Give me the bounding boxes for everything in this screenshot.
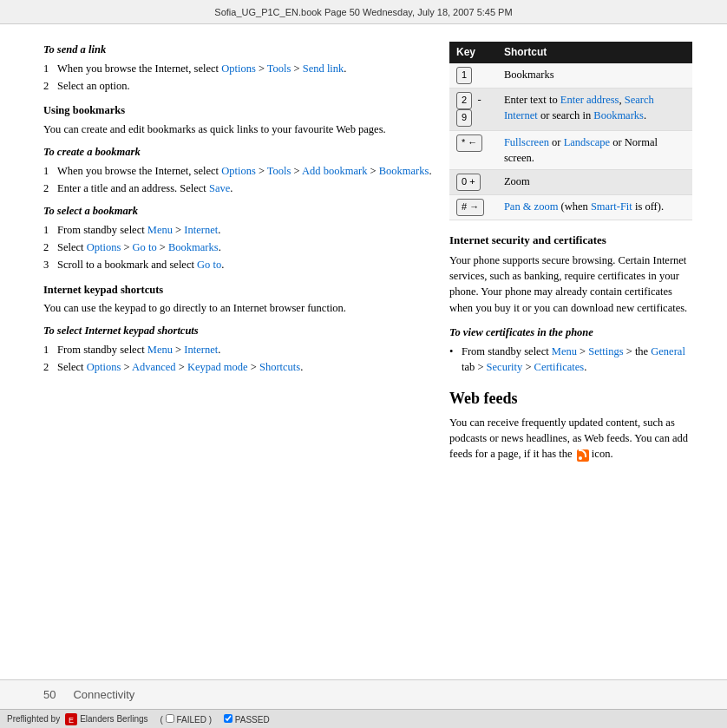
create-bookmark-steps: 1 When you browse the Internet, select O… [43, 163, 432, 196]
bookmarks-link-1[interactable]: Bookmarks [379, 165, 429, 177]
enter-address-link[interactable]: Enter address [560, 94, 619, 106]
certificates-text: From standby select Menu > Settings > th… [462, 344, 692, 375]
send-link-heading: To send a link [43, 42, 432, 57]
goto-link-2[interactable]: Go to [197, 259, 221, 271]
table-cell-shortcut: Zoom [497, 170, 692, 195]
keypad-shortcuts-heading: Internet keypad shortcuts [43, 282, 432, 298]
tools-link-2[interactable]: Tools [267, 165, 291, 177]
using-bookmarks-para: You can create and edit bookmarks as qui… [43, 121, 432, 137]
keypad-shortcuts-para: You can use the keypad to go directly to… [43, 300, 432, 316]
table-cell-shortcut: Fullscreen or Landscape or Normal screen… [497, 131, 692, 170]
menu-link-2[interactable]: Menu [147, 344, 173, 356]
web-feeds-section: Web feeds You can receive frequently upd… [449, 387, 692, 462]
table-row: 0 + Zoom [449, 170, 692, 195]
preflight-passed-label: PASSED [235, 715, 270, 725]
key-9-badge: 9 [456, 109, 472, 127]
select-bookmark-step-2: 2 Select Options > Go to > Bookmarks. [43, 239, 432, 255]
options-link-3[interactable]: Options [87, 241, 121, 253]
right-column: Key Shortcut 1 Bookmarks 2 - 9 [449, 42, 692, 674]
certificates-link[interactable]: Certificates [534, 361, 585, 373]
general-tab-link[interactable]: General [651, 345, 685, 357]
preflight-passed-block: PASSED [224, 714, 270, 725]
create-bookmark-step-1: 1 When you browse the Internet, select O… [43, 163, 432, 179]
options-link-1[interactable]: Options [221, 62, 256, 75]
preflight-bar: Preflighted by E Elanders Berlings ( FAI… [0, 709, 727, 728]
table-row: 1 Bookmarks [449, 63, 692, 88]
save-link[interactable]: Save [209, 182, 230, 194]
failed-checkbox[interactable] [166, 714, 174, 723]
security-section: Internet security and certificates Your … [449, 233, 692, 375]
header-bar: Sofia_UG_P1C_EN.book Page 50 Wednesday, … [0, 0, 727, 24]
menu-link-3[interactable]: Menu [552, 345, 577, 357]
select-bookmark-step-3: 3 Scroll to a bookmark and select Go to. [43, 257, 432, 272]
bookmarks-link-3[interactable]: Bookmarks [593, 109, 644, 121]
table-cell-key: * ← [449, 131, 497, 170]
internet-link-2[interactable]: Internet [184, 344, 218, 356]
add-bookmark-link[interactable]: Add bookmark [302, 165, 367, 177]
send-link-link[interactable]: Send link [303, 62, 344, 75]
options-link-2[interactable]: Options [221, 165, 256, 177]
main-content: To send a link 1 When you browse the Int… [0, 24, 727, 692]
security-title: Internet security and certificates [449, 233, 692, 249]
keypad-mode-link[interactable]: Keypad mode [187, 361, 248, 373]
select-bookmark-heading: To select a bookmark [43, 203, 432, 219]
table-row: 2 - 9 Enter text to Enter address, Searc… [449, 89, 692, 131]
table-header-key: Key [449, 42, 497, 63]
advanced-link[interactable]: Advanced [132, 361, 176, 373]
menu-link-1[interactable]: Menu [147, 224, 173, 236]
preflight-failed-label: FAILED [176, 715, 206, 725]
table-cell-shortcut: Enter text to Enter address, Search Inte… [497, 89, 692, 131]
internet-link-1[interactable]: Internet [184, 224, 218, 236]
table-cell-key: 2 - 9 [449, 89, 497, 131]
passed-checkbox[interactable] [224, 714, 233, 723]
pan-zoom-link[interactable]: Pan & zoom [504, 200, 559, 213]
key-1-badge: 1 [456, 67, 472, 84]
create-bookmark-heading: To create a bookmark [43, 144, 432, 160]
send-link-step-1: 1 When you browse the Internet, select O… [43, 61, 432, 76]
preflight-label: Preflighted by [7, 714, 60, 724]
select-keypad-steps: 1 From standby select Menu > Internet. 2… [43, 342, 432, 375]
shortcuts-link[interactable]: Shortcuts [259, 361, 300, 373]
key-0-badge: 0 + [456, 174, 481, 191]
footer-page-number: 50 [43, 688, 56, 701]
table-cell-shortcut: Bookmarks [497, 63, 692, 88]
web-feeds-para: You can receive frequently updated conte… [449, 415, 692, 462]
footer-section-label: Connectivity [73, 688, 134, 701]
using-bookmarks-heading: Using bookmarks [43, 102, 432, 118]
security-para: Your phone supports secure browsing. Cer… [449, 253, 692, 316]
send-link-step-2: 2 Select an option. [43, 78, 432, 94]
table-cell-shortcut: Pan & zoom (when Smart-Fit is off). [497, 195, 692, 220]
select-keypad-step-1: 1 From standby select Menu > Internet. [43, 342, 432, 357]
settings-link[interactable]: Settings [588, 345, 623, 357]
key-star-badge: * ← [456, 134, 482, 152]
tools-link-1[interactable]: Tools [267, 62, 291, 75]
preflight-failed-block: ( FAILED ) [160, 714, 212, 725]
landscape-link[interactable]: Landscape [564, 136, 610, 148]
web-feeds-title: Web feeds [449, 387, 692, 410]
shortcuts-table: Key Shortcut 1 Bookmarks 2 - 9 [449, 42, 692, 220]
options-link-4[interactable]: Options [87, 361, 121, 373]
rss-icon [577, 449, 589, 462]
elanders-logo-icon: E [65, 713, 77, 725]
select-keypad-step-2: 2 Select Options > Advanced > Keypad mod… [43, 359, 432, 375]
smart-fit-link[interactable]: Smart-Fit [591, 200, 632, 213]
select-bookmark-step-1: 1 From standby select Menu > Internet. [43, 222, 432, 238]
preflight-company-block: E Elanders Berlings [65, 713, 147, 725]
key-hash-badge: # → [456, 199, 484, 216]
preflight-company: Elanders Berlings [80, 714, 147, 724]
header-text: Sofia_UG_P1C_EN.book Page 50 Wednesday, … [214, 7, 512, 17]
svg-text:E: E [69, 716, 74, 725]
bullet-symbol: • [449, 344, 456, 375]
security-link[interactable]: Security [487, 361, 523, 373]
left-column: To send a link 1 When you browse the Int… [43, 42, 432, 674]
select-bookmark-steps: 1 From standby select Menu > Internet. 2… [43, 222, 432, 272]
create-bookmark-step-2: 2 Enter a title and an address. Select S… [43, 180, 432, 196]
goto-link[interactable]: Go to [133, 241, 157, 253]
fullscreen-link[interactable]: Fullscreen [504, 136, 549, 148]
table-header-shortcut: Shortcut [497, 42, 692, 63]
select-keypad-heading: To select Internet keypad shortcuts [43, 323, 432, 338]
bookmarks-link-2[interactable]: Bookmarks [168, 241, 219, 253]
table-cell-key: 0 + [449, 170, 497, 195]
footer-bar: 50 Connectivity [0, 679, 727, 709]
view-certificates-heading: To view certificates in the phone [449, 325, 692, 340]
